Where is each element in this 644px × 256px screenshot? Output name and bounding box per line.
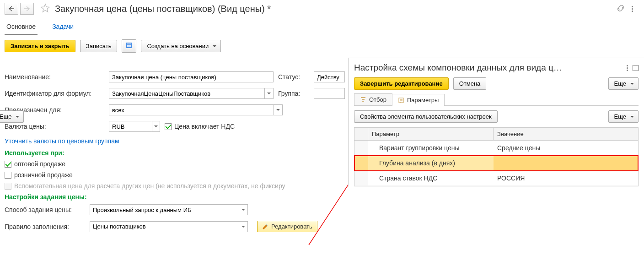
more-button[interactable]: Еще: [0, 110, 24, 123]
popup-more-button[interactable]: Еще: [608, 77, 639, 90]
save-close-button[interactable]: Записать и закрыть: [5, 40, 75, 52]
rule-field[interactable]: [90, 221, 248, 232]
grid-row[interactable]: Вариант группировки цены Средние цены: [354, 141, 638, 156]
save-button[interactable]: Записать: [80, 40, 118, 52]
grid-row-selected[interactable]: Глубина анализа (в днях): [354, 156, 638, 171]
kebab-menu-icon[interactable]: [632, 6, 633, 12]
page-title: Закупочная цена (цены поставщиков) (Вид …: [55, 4, 616, 14]
edit-button[interactable]: Редактировать: [257, 221, 317, 232]
id-dropdown-icon[interactable]: [264, 88, 273, 98]
status-field[interactable]: [314, 71, 345, 82]
group-input[interactable]: [314, 88, 344, 98]
grid-col-param: Параметр: [368, 128, 494, 140]
group-label: Группа:: [278, 90, 309, 97]
rule-label: Правило заполнения:: [5, 223, 85, 230]
tab-filter[interactable]: Отбор: [354, 93, 392, 105]
settings-section-header: Настройки задания цены:: [5, 193, 639, 201]
link-icon[interactable]: [616, 4, 625, 14]
vat-checkbox[interactable]: [165, 123, 172, 130]
status-label: Статус:: [278, 73, 309, 81]
list-icon: [125, 42, 133, 49]
rule-dropdown-icon[interactable]: [239, 222, 247, 232]
popup-kebab-icon[interactable]: [627, 65, 628, 71]
name-input[interactable]: [109, 72, 273, 82]
tab-main[interactable]: Основное: [5, 20, 38, 35]
create-from-button[interactable]: Создать на основании: [141, 40, 221, 52]
method-input[interactable]: [90, 205, 239, 215]
filter-icon: [360, 97, 366, 103]
favorite-star-icon[interactable]: [40, 3, 50, 15]
nav-tabs: Основное Задачи: [0, 16, 644, 35]
aux-label: Вспомогательная цена для расчета других …: [14, 182, 285, 190]
purpose-dropdown-icon[interactable]: [274, 105, 282, 115]
popup-sub-more-button[interactable]: Еще: [608, 110, 639, 123]
method-label: Способ задания цены:: [5, 206, 85, 213]
tab-params[interactable]: Параметры: [392, 94, 445, 106]
popup-tabs: Отбор Параметры: [354, 93, 639, 106]
vat-label: Цена включает НДС: [174, 123, 235, 130]
arrow-left-icon: [8, 6, 15, 11]
grid-indicator-col: [354, 128, 368, 140]
arrow-right-icon: [24, 6, 30, 11]
popup-title: Настройка схемы компоновки данных для ви…: [354, 63, 622, 73]
params-icon: [398, 97, 404, 103]
currency-field[interactable]: [109, 121, 160, 132]
currency-label: Валюта цены:: [5, 123, 104, 130]
method-dropdown-icon[interactable]: [239, 205, 247, 215]
name-label: Наименование:: [5, 73, 104, 81]
currency-dropdown-icon[interactable]: [152, 121, 160, 131]
status-input[interactable]: [314, 72, 344, 82]
aux-checkbox: [5, 183, 11, 190]
id-label: Идентификатор для формул:: [5, 90, 104, 97]
purpose-input[interactable]: [109, 105, 274, 115]
nav-back-button[interactable]: [5, 3, 18, 15]
group-field[interactable]: [314, 88, 345, 99]
opt-label: оптовой продаже: [14, 160, 65, 168]
finish-edit-button[interactable]: Завершить редактирование: [354, 77, 449, 90]
popup-panel: Настройка схемы компоновки данных для ви…: [348, 58, 644, 186]
retail-label: розничной продаже: [14, 171, 73, 179]
currency-input[interactable]: [109, 121, 152, 131]
opt-checkbox[interactable]: [5, 161, 11, 168]
rule-input[interactable]: [90, 222, 239, 232]
params-grid: Параметр Значение Вариант группировки це…: [354, 127, 639, 186]
retail-checkbox[interactable]: [5, 172, 11, 179]
name-field[interactable]: [109, 71, 274, 82]
id-field[interactable]: [109, 88, 274, 99]
purpose-field[interactable]: [109, 104, 283, 115]
list-button[interactable]: [122, 39, 136, 53]
cancel-button[interactable]: Отмена: [453, 77, 487, 90]
clarify-link[interactable]: Уточнить валюты по ценовым группам: [5, 137, 119, 145]
id-input[interactable]: [109, 88, 264, 98]
props-button[interactable]: Свойства элемента пользовательских настр…: [354, 110, 498, 123]
method-field[interactable]: [90, 204, 248, 215]
grid-row[interactable]: Страна ставок НДС РОССИЯ: [354, 171, 638, 186]
tab-tasks[interactable]: Задачи: [50, 20, 75, 35]
nav-fwd-button[interactable]: [20, 3, 34, 15]
grid-col-value: Значение: [494, 128, 638, 140]
maximize-icon[interactable]: [633, 65, 639, 71]
pencil-icon: [262, 223, 268, 230]
